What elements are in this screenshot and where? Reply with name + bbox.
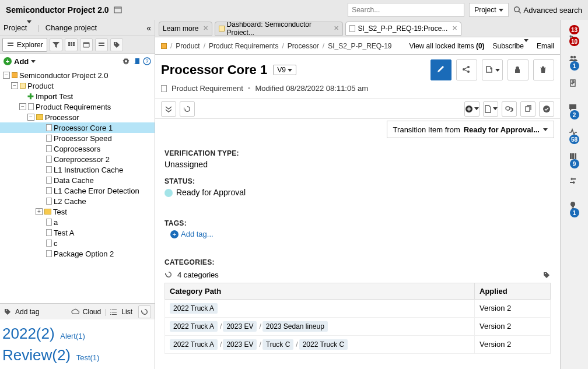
filter-icon[interactable] [50, 38, 62, 51]
subscribe-dropdown[interactable]: Subscribe [493, 42, 528, 50]
transition-dropdown[interactable]: Transition Item from Ready for Approval.… [387, 121, 554, 138]
tree-item-core1[interactable]: Processor Core 1 [0, 122, 155, 133]
status-dot-icon [164, 189, 173, 197]
collapse-sidebar-icon[interactable]: « [146, 23, 151, 33]
add-tag-label[interactable]: Add tag [15, 308, 39, 316]
tree-item-coproc[interactable]: Coprocessors [0, 143, 155, 154]
categories-label: CATEGORIES: [164, 258, 551, 266]
email-link[interactable]: Email [537, 42, 554, 50]
verification-type-value: Unassigned [164, 160, 551, 169]
list-view-icon[interactable] [95, 38, 108, 51]
tab-dashboard[interactable]: Dashboard: Semiconductor Project...✕ [215, 22, 343, 36]
rail-comments[interactable]: 2 [563, 97, 586, 120]
category-chip[interactable]: 2022 Truck A [170, 303, 218, 314]
rail-users[interactable]: 1 [563, 48, 586, 71]
table-row[interactable]: 2022 Truck A/2023 EV/2023 Sedan lineupVe… [165, 317, 551, 335]
explorer-button[interactable]: Explorer [2, 38, 47, 52]
tag-manage-icon[interactable] [542, 271, 551, 279]
search-scope-dropdown[interactable]: Project [469, 3, 508, 17]
crumb-product[interactable]: Product [176, 42, 200, 50]
tree-product-req[interactable]: −Product Requirements [0, 101, 155, 112]
table-row[interactable]: 2022 Truck A/2023 EV/Truck C/2022 Truck … [165, 335, 551, 353]
expand-all-icon[interactable] [161, 101, 176, 117]
tag-review[interactable]: Review(2) [2, 346, 71, 364]
link-icon[interactable] [502, 101, 517, 117]
tree-item-a[interactable]: a [0, 217, 155, 227]
tree-item-l2[interactable]: L2 Cache [0, 196, 155, 206]
tab-learn-more[interactable]: Learn more✕ [159, 22, 212, 36]
status-value: Ready for Approval [164, 188, 551, 197]
tree-item-speed[interactable]: Processor Speed [0, 133, 155, 143]
edit-button[interactable] [430, 59, 452, 80]
card-view-icon[interactable] [80, 38, 93, 51]
crumb-processor[interactable]: Processor [288, 42, 319, 50]
tree-processor[interactable]: −Processor [0, 112, 155, 122]
category-chip[interactable]: 2023 EV [223, 339, 257, 350]
category-chip[interactable]: 2023 EV [223, 321, 257, 332]
tag-refresh-icon[interactable] [138, 305, 151, 318]
project-menu[interactable]: Project [4, 23, 32, 32]
tag-alert[interactable]: Alert(1) [60, 332, 85, 340]
doc-action-icon[interactable] [483, 101, 498, 117]
rail-columns[interactable]: 9 [563, 146, 586, 169]
advanced-search-link[interactable]: Advanced search [513, 6, 582, 15]
app-title: Semiconductor Project 2.0 [6, 5, 109, 15]
item-title: Processor Core 1 [161, 62, 267, 78]
tab-requirement[interactable]: SI_S2_P-P_REQ-19:Proce...✕ [345, 22, 461, 36]
rail-activity[interactable]: 58 [563, 121, 586, 145]
close-icon[interactable]: ✕ [334, 24, 339, 32]
list-icon[interactable] [110, 308, 118, 316]
search-input[interactable] [348, 3, 464, 17]
rail-clipboard[interactable] [563, 72, 586, 96]
home-icon[interactable] [161, 43, 167, 49]
tree-item-dcache[interactable]: Data Cache [0, 175, 155, 185]
tree-item-l1err[interactable]: L1 Cache Error Detection [0, 185, 155, 196]
tree-item-testA[interactable]: Test A [0, 227, 155, 238]
add-tag-link[interactable]: +Add tag... [170, 230, 551, 238]
tree-item-l1i[interactable]: L1 Instruction Cache [0, 164, 155, 175]
col-applied: Applied [475, 283, 551, 299]
export-button[interactable] [482, 59, 503, 80]
tag-tool-icon[interactable] [110, 38, 123, 51]
approve-icon[interactable] [539, 101, 554, 117]
rail-ideas[interactable]: 1 [563, 195, 586, 218]
category-chip[interactable]: 2022 Truck A [170, 321, 218, 332]
close-icon[interactable]: ✕ [203, 24, 208, 32]
tree-item-pkg2[interactable]: Package Option 2 [0, 248, 155, 259]
gear-icon[interactable] [122, 57, 130, 65]
tag-2022[interactable]: 2022(2) [2, 325, 55, 342]
category-chip[interactable]: 2022 Truck C [299, 339, 348, 350]
book-icon[interactable] [132, 57, 141, 65]
grid-view-icon[interactable] [65, 38, 78, 51]
tree-product[interactable]: −Product [0, 80, 155, 91]
tree-root[interactable]: −Semiconductor Project 2.0 [0, 70, 155, 80]
tag-icon [4, 308, 12, 316]
tree-item-core2[interactable]: Coreprocessor 2 [0, 154, 155, 164]
rail-branch[interactable]: 13 10 [563, 23, 586, 47]
tree-import-test[interactable]: ✚Import Test [0, 91, 155, 101]
category-chip[interactable]: 2023 Sedan lineup [262, 321, 328, 332]
tree-item-c[interactable]: c [0, 238, 155, 248]
delete-button[interactable] [533, 59, 554, 80]
locked-items-link[interactable]: View all locked items (0) [409, 42, 484, 50]
applied-value: Version 2 [475, 335, 551, 353]
close-icon[interactable]: ✕ [452, 24, 457, 32]
copy-icon[interactable] [520, 101, 536, 117]
help-icon[interactable] [143, 57, 151, 65]
change-project-link[interactable]: Change project [46, 23, 97, 32]
add-button[interactable]: + Add [4, 57, 36, 66]
table-row[interactable]: 2022 Truck AVersion 2 [165, 299, 551, 317]
add-sub-icon[interactable] [464, 101, 480, 117]
tree-test[interactable]: +Test [0, 206, 155, 217]
version-dropdown[interactable]: V9 [273, 65, 296, 75]
cloud-icon[interactable] [71, 308, 79, 316]
lock-button[interactable] [508, 59, 528, 80]
category-chip[interactable]: 2022 Truck A [170, 339, 218, 350]
cat-refresh-icon[interactable] [164, 270, 173, 279]
crumb-product-req[interactable]: Product Requirements [209, 42, 278, 50]
category-chip[interactable]: Truck C [262, 339, 294, 350]
rail-swap[interactable] [563, 170, 586, 194]
refresh-icon[interactable] [180, 101, 195, 117]
share-button[interactable] [456, 59, 477, 80]
tag-test[interactable]: Test(1) [76, 353, 100, 362]
